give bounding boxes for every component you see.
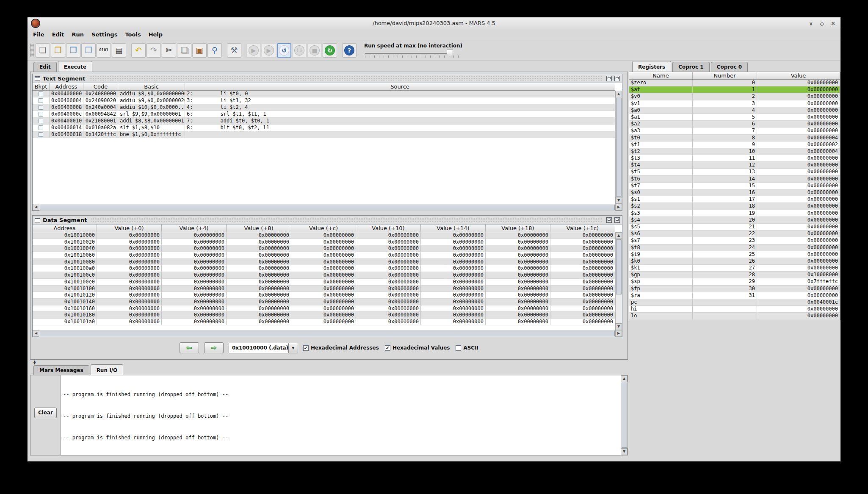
register-value[interactable]: 0x00000000 — [757, 306, 840, 312]
register-value[interactable]: 0x7fffeffc — [757, 278, 840, 285]
cut-button[interactable]: ✂ — [162, 43, 176, 58]
register-row[interactable]: $a370x00000000 — [629, 128, 840, 134]
text-segment-hscrollbar[interactable]: ◀ ▶ — [33, 204, 622, 211]
tab-registers[interactable]: Registers — [632, 61, 671, 72]
restore-frame-icon[interactable] — [606, 76, 612, 81]
menu-help[interactable]: Help — [145, 30, 166, 39]
register-value[interactable]: 0x00000000 — [757, 244, 840, 251]
data-segment-row[interactable]: 0x100100000x000000000x000000000x00000000… — [33, 232, 615, 239]
register-row[interactable]: pc0x0040001c — [629, 299, 840, 306]
scrollbar-thumb[interactable] — [616, 239, 622, 294]
register-row[interactable]: $t2100x00000004 — [629, 148, 840, 155]
data-segment-row[interactable]: 0x100101400x000000000x000000000x00000000… — [33, 299, 615, 305]
scrollbar-thumb[interactable] — [40, 331, 615, 336]
register-value[interactable]: 0x00000004 — [757, 148, 840, 155]
register-row[interactable]: $t9250x00000000 — [629, 251, 840, 258]
register-value[interactable]: 0x00000000 — [757, 107, 840, 114]
register-value[interactable]: 0x00000000 — [757, 210, 840, 216]
text-segment-vscrollbar[interactable]: ▲ ▼ — [615, 91, 622, 204]
register-row[interactable]: $gp280x10008000 — [629, 272, 840, 278]
register-value[interactable]: 0x00000000 — [757, 286, 840, 292]
register-value[interactable]: 0x00000000 — [757, 121, 840, 127]
register-row[interactable]: $k0260x00000000 — [629, 258, 840, 265]
register-row[interactable]: $t190x00000002 — [629, 142, 840, 148]
register-row[interactable]: $s0160x00000000 — [629, 189, 840, 196]
scroll-left-icon[interactable]: ◀ — [33, 330, 39, 337]
message-vscrollbar[interactable]: ▲ ▼ — [621, 375, 628, 455]
paste-button[interactable]: ▣ — [192, 43, 207, 58]
register-row[interactable]: $a040x00000000 — [629, 107, 840, 114]
breakpoint-checkbox[interactable] — [39, 119, 43, 123]
data-segment-row[interactable]: 0x100100c00x000000000x000000000x00000000… — [33, 272, 615, 279]
new-file-button[interactable]: ❏ — [36, 43, 50, 58]
find-replace-button[interactable]: ⚲ — [207, 43, 222, 58]
combobox-value[interactable]: 0x10010000 (.data) — [229, 343, 289, 353]
register-value[interactable]: 0x00000000 — [757, 237, 840, 244]
data-segment-row[interactable]: 0x100101a00x000000000x000000000x00000000… — [33, 319, 615, 325]
combobox-arrow-icon[interactable]: ▼ — [289, 343, 298, 353]
print-file-button[interactable]: ▤ — [112, 43, 126, 58]
scroll-down-icon[interactable]: ▼ — [621, 448, 628, 455]
register-row[interactable]: $s7230x00000000 — [629, 237, 840, 244]
register-value[interactable]: 0x00000000 — [757, 258, 840, 264]
register-value[interactable]: 0x00000000 — [757, 183, 840, 189]
maximize-frame-icon[interactable] — [614, 76, 620, 81]
run-go-button[interactable]: ▶ — [246, 43, 261, 58]
text-segment-row[interactable]: 0x004000040x24090020addiu $9,$0,0x000000… — [33, 97, 615, 104]
register-row[interactable]: $fp300x00000000 — [629, 286, 840, 292]
register-value[interactable]: 0x00000000 — [757, 162, 840, 168]
breakpoint-checkbox[interactable] — [39, 98, 43, 103]
restore-frame-icon[interactable] — [606, 217, 612, 223]
data-segment-row[interactable]: 0x100101200x000000000x000000000x00000000… — [33, 292, 615, 299]
scrollbar-thumb[interactable] — [40, 205, 615, 210]
register-row[interactable]: $k1270x00000000 — [629, 265, 840, 272]
scroll-right-icon[interactable]: ▶ — [615, 330, 622, 337]
breakpoint-checkbox[interactable] — [39, 132, 43, 137]
register-row[interactable]: $s4200x00000000 — [629, 217, 840, 224]
prev-memory-button[interactable]: ⇦ — [180, 342, 199, 353]
register-value[interactable]: 0x00000002 — [757, 142, 840, 148]
data-segment-row[interactable]: 0x100100e00x000000000x000000000x00000000… — [33, 279, 615, 286]
open-file-button[interactable]: ❐ — [51, 43, 65, 58]
register-value[interactable]: 0x00000000 — [757, 196, 840, 203]
data-segment-vscrollbar[interactable]: ▲ ▼ — [615, 232, 622, 330]
scroll-right-icon[interactable]: ▶ — [615, 204, 622, 211]
register-value[interactable]: 0x00000000 — [757, 189, 840, 196]
minimize-icon[interactable]: ∨ — [809, 20, 813, 27]
register-row[interactable]: $t5130x00000000 — [629, 169, 840, 175]
menu-tools[interactable]: Tools — [121, 30, 144, 39]
scroll-up-icon[interactable]: ▲ — [615, 91, 622, 97]
register-row[interactable]: $sp290x7fffeffc — [629, 278, 840, 285]
next-memory-button[interactable]: ⇨ — [204, 342, 224, 353]
data-segment-row[interactable]: 0x100100200x000000000x000000000x00000000… — [33, 239, 615, 246]
close-icon[interactable]: ✕ — [831, 20, 835, 27]
register-value[interactable]: 0x00000000 — [757, 265, 840, 271]
register-value[interactable]: 0x00000000 — [757, 86, 840, 93]
register-row[interactable]: $t8240x00000000 — [629, 244, 840, 251]
register-row[interactable]: hi0x00000000 — [629, 306, 840, 313]
run-stop-button[interactable]: ■ — [307, 43, 322, 58]
register-value[interactable]: 0x00000000 — [757, 203, 840, 209]
menu-run[interactable]: Run — [68, 30, 88, 39]
toolbar-drag-handle[interactable] — [30, 44, 34, 57]
run-backstep-button[interactable]: ↺ — [277, 43, 291, 58]
register-value[interactable]: 0x00000000 — [757, 128, 840, 134]
register-row[interactable]: $s6220x00000000 — [629, 230, 840, 237]
data-segment-row[interactable]: 0x100100600x000000000x000000000x00000000… — [33, 252, 615, 259]
register-row[interactable]: $zero00x00000000 — [629, 80, 840, 86]
register-row[interactable]: $at10x00000000 — [629, 86, 840, 93]
text-segment-row[interactable]: 0x004000100x21080001addi $8,$8,0x0000000… — [33, 118, 615, 125]
scrollbar-thumb[interactable] — [616, 98, 622, 197]
assemble-button[interactable]: ⚒ — [227, 43, 241, 58]
menu-settings[interactable]: Settings — [88, 30, 121, 39]
data-segment-row[interactable]: 0x100101600x000000000x000000000x00000000… — [33, 305, 615, 312]
register-value[interactable]: 0x00000000 — [757, 80, 840, 86]
text-segment-row[interactable]: 0x004000140x010a082aslt $1,$8,$108: blt … — [33, 125, 615, 131]
register-value[interactable]: 0x00000004 — [757, 135, 840, 141]
breakpoint-checkbox[interactable] — [39, 92, 43, 96]
register-row[interactable]: $s3190x00000000 — [629, 210, 840, 217]
tab-coproc-0[interactable]: Coproc 0 — [711, 62, 748, 72]
register-value[interactable]: 0x00000000 — [757, 100, 840, 107]
tab-mars-messages[interactable]: Mars Messages — [33, 365, 89, 375]
tab-run-i-o[interactable]: Run I/O — [91, 364, 124, 375]
